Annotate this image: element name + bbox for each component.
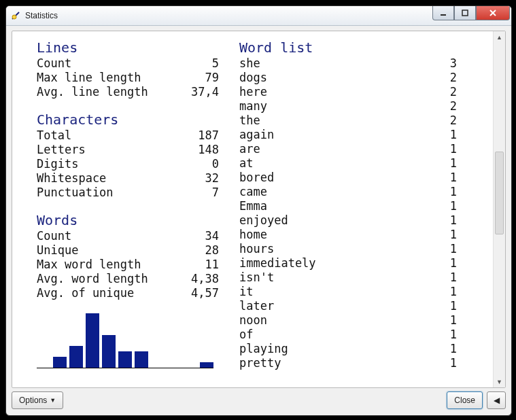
- lines-heading: Lines: [37, 41, 220, 55]
- wordlist-row: playing1: [239, 342, 457, 356]
- svg-rect-1: [441, 14, 446, 16]
- app-icon: [10, 10, 21, 21]
- wordlist-word: many: [239, 99, 267, 113]
- chars-letters-label: Letters: [37, 143, 86, 157]
- words-section: Words Count 34 Unique 28 Max word length…: [37, 213, 220, 300]
- wordlist-row: at1: [239, 156, 457, 171]
- wordlist-row: pretty1: [239, 356, 457, 370]
- words-unique-value: 28: [178, 243, 220, 258]
- wordlist-row: dogs2: [239, 71, 457, 85]
- words-max-label: Max word length: [37, 258, 141, 272]
- lines-avg-label: Avg. line length: [37, 85, 148, 99]
- close-button[interactable]: Close: [447, 391, 483, 409]
- chars-ws-row: Whitespace 32: [37, 171, 220, 186]
- wordlist-row: later1: [239, 299, 457, 313]
- wordlist-count: 1: [436, 356, 457, 370]
- wordlist-word: later: [239, 299, 274, 313]
- scroll-thumb[interactable]: [495, 152, 504, 234]
- words-avgu-value: 4,57: [178, 286, 220, 300]
- wordlist-count: 1: [436, 270, 457, 285]
- wordlist-word: immediately: [239, 256, 316, 270]
- dropdown-icon: ▼: [50, 397, 56, 404]
- wordlist-count: 1: [436, 142, 457, 156]
- lines-max-row: Max line length 79: [37, 71, 220, 85]
- wordlist-count: 1: [436, 213, 457, 228]
- lines-avg-value: 37,4: [178, 85, 220, 99]
- vertical-scrollbar[interactable]: ▲ ▼: [493, 31, 505, 387]
- wordlist-row: here2: [239, 85, 457, 99]
- wordlist-word: hours: [239, 242, 274, 256]
- characters-section: Characters Total 187 Letters 148 Digits …: [37, 113, 220, 200]
- options-button-label: Options: [19, 396, 47, 405]
- words-avg-value: 4,38: [178, 272, 220, 286]
- title-bar[interactable]: Statistics: [6, 6, 511, 26]
- scroll-down-arrow[interactable]: ▼: [494, 376, 505, 387]
- collapse-button[interactable]: ◀: [487, 391, 506, 409]
- chars-total-row: Total 187: [37, 128, 220, 143]
- wordlist-word: Emma: [239, 199, 267, 213]
- wordlist-row: came1: [239, 185, 457, 199]
- wordlist-word: bored: [239, 171, 274, 185]
- wordlist-count: 1: [436, 242, 457, 256]
- chars-total-value: 187: [178, 128, 220, 143]
- scroll-up-arrow[interactable]: ▲: [494, 31, 505, 43]
- close-button-label: Close: [454, 396, 475, 405]
- lines-count-label: Count: [37, 56, 71, 71]
- chars-ws-label: Whitespace: [37, 171, 106, 186]
- wordlist-word: dogs: [239, 71, 267, 85]
- wordlist-row: hours1: [239, 242, 457, 256]
- wordlist-count: 1: [436, 299, 457, 313]
- words-heading: Words: [37, 213, 220, 228]
- wordlist-column: Word list she3dogs2here2many2the2again1a…: [239, 41, 457, 381]
- triangle-left-icon: ◀: [494, 396, 500, 405]
- words-unique-label: Unique: [37, 243, 78, 258]
- lines-max-value: 79: [178, 71, 220, 85]
- wordlist-word: she: [239, 56, 260, 71]
- histogram-bar: [86, 313, 99, 368]
- wordlist-count: 1: [436, 199, 457, 213]
- wordlist-row: she3: [239, 56, 457, 71]
- wordlist-row: Emma1: [239, 199, 457, 213]
- scroll-track[interactable]: [494, 43, 505, 376]
- wordlist-word: isn't: [239, 270, 274, 285]
- wordlist-row: immediately1: [239, 256, 457, 270]
- words-avgu-label: Avg. of unique: [37, 286, 134, 300]
- wordlist-word: home: [239, 228, 267, 242]
- chars-digits-value: 0: [178, 157, 220, 171]
- wordlist-word: the: [239, 113, 260, 128]
- words-count-label: Count: [37, 229, 71, 243]
- wordlist-word: here: [239, 85, 267, 99]
- stats-column: Lines Count 5 Max line length 79 Avg. li…: [37, 41, 220, 381]
- histogram-bar: [118, 351, 132, 368]
- histogram-bar: [102, 335, 116, 368]
- window-controls: [432, 6, 510, 20]
- wordlist-word: of: [239, 328, 253, 342]
- content-area: Lines Count 5 Max line length 79 Avg. li…: [12, 31, 506, 388]
- wordlist-count: 1: [436, 228, 457, 242]
- maximize-button[interactable]: [454, 6, 476, 20]
- statistics-window: Statistics Lines Count 5: [5, 5, 512, 416]
- histogram-bar: [53, 357, 67, 368]
- wordlist-row: the2: [239, 113, 457, 128]
- chars-total-label: Total: [37, 128, 71, 143]
- wordlist-row: home1: [239, 228, 457, 242]
- wordlist-row: again1: [239, 128, 457, 142]
- lines-count-row: Count 5: [37, 56, 220, 71]
- wordlist-word: are: [239, 142, 260, 156]
- wordlist-word: playing: [239, 342, 288, 356]
- wordlist-count: 1: [436, 256, 457, 270]
- words-count-value: 34: [178, 229, 220, 243]
- wordlist-word: pretty: [239, 356, 281, 370]
- window-close-button[interactable]: [476, 6, 510, 20]
- wordlist-row: noon1: [239, 313, 457, 328]
- minimize-button[interactable]: [432, 6, 454, 20]
- wordlist-row: enjoyed1: [239, 213, 457, 228]
- options-button[interactable]: Options ▼: [12, 391, 63, 409]
- wordlist-row: are1: [239, 142, 457, 156]
- wordlist-word: at: [239, 156, 253, 171]
- words-max-value: 11: [178, 258, 220, 272]
- word-list: she3dogs2here2many2the2again1are1at1bore…: [239, 56, 457, 370]
- lines-section: Lines Count 5 Max line length 79 Avg. li…: [37, 41, 220, 99]
- words-avg-label: Avg. word length: [37, 272, 148, 286]
- footer-bar: Options ▼ Close ◀: [12, 391, 506, 410]
